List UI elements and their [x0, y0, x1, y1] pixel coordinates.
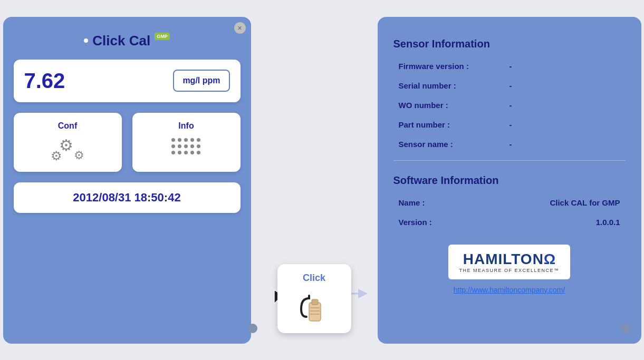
- main-container: × Click Cal GMP 7.62 mg/l ppm Conf ⚙ ⚙ ⚙…: [0, 6, 644, 354]
- serial-row: Serial number : -: [393, 78, 626, 93]
- firmware-label: Firmware version :: [399, 62, 510, 71]
- sensor-name-value: -: [510, 140, 620, 149]
- serial-label: Serial number :: [399, 81, 510, 90]
- right-circle: [621, 324, 631, 333]
- part-row: Part number : -: [393, 117, 626, 132]
- hamilton-subtitle: THE MEASURE OF EXCELLENCE™: [459, 268, 559, 273]
- gear-icon-group: ⚙ ⚙ ⚙: [51, 136, 84, 163]
- left-panel: × Click Cal GMP 7.62 mg/l ppm Conf ⚙ ⚙ ⚙…: [3, 17, 251, 344]
- gear-icon-3: ⚙: [74, 149, 84, 162]
- hamilton-omega: Ω: [544, 251, 555, 268]
- software-name-label: Name :: [399, 198, 550, 207]
- svg-rect-3: [312, 299, 318, 305]
- software-name-value: Click CAL for GMP: [550, 198, 620, 207]
- hamilton-logo-area: HAMILTON Ω THE MEASURE OF EXCELLENCE™ ht…: [393, 245, 626, 294]
- title-bar: Click Cal GMP: [84, 33, 169, 49]
- part-value: -: [510, 120, 620, 129]
- sensor-name-label: Sensor name :: [399, 140, 510, 149]
- measurement-value: 7.62: [24, 69, 163, 93]
- dot: [190, 144, 194, 148]
- firmware-value: -: [510, 62, 620, 71]
- dot: [197, 144, 200, 148]
- gear-icon-2: ⚙: [51, 149, 62, 163]
- info-label: Info: [178, 121, 194, 131]
- wo-value: -: [510, 101, 620, 110]
- info-button[interactable]: Info: [132, 113, 241, 172]
- firmware-row: Firmware version : -: [393, 59, 626, 74]
- grid-icon: [169, 136, 203, 157]
- wo-label: WO number :: [399, 101, 510, 110]
- part-label: Part number :: [399, 120, 510, 129]
- middle-area: Click: [267, 17, 362, 344]
- datetime-text: 2012/08/31 18:50:42: [73, 191, 180, 204]
- divider: [393, 160, 626, 161]
- dot: [190, 151, 194, 154]
- conf-button[interactable]: Conf ⚙ ⚙ ⚙: [14, 113, 122, 172]
- dot: [197, 138, 200, 142]
- hamilton-logo: HAMILTON Ω THE MEASURE OF EXCELLENCE™: [448, 245, 570, 279]
- hamilton-name: HAMILTON: [463, 251, 544, 268]
- version-label: Version :: [399, 218, 596, 227]
- dot: [171, 151, 175, 154]
- software-name-row: Name : Click CAL for GMP: [393, 195, 626, 210]
- version-value: 1.0.0.1: [596, 218, 620, 227]
- dot: [178, 138, 181, 142]
- conf-label: Conf: [58, 121, 77, 131]
- dot: [178, 151, 181, 154]
- dot: [197, 151, 200, 154]
- wo-row: WO number : -: [393, 98, 626, 113]
- close-button[interactable]: ×: [234, 22, 246, 34]
- serial-value: -: [510, 81, 620, 90]
- hamilton-logo-text: HAMILTON Ω: [463, 251, 556, 268]
- dot: [184, 151, 188, 154]
- dot: [184, 138, 188, 142]
- dot: [184, 144, 188, 148]
- software-version-row: Version : 1.0.0.1: [393, 215, 626, 230]
- button-row: Conf ⚙ ⚙ ⚙ Info: [14, 113, 241, 172]
- svg-rect-2: [309, 303, 321, 321]
- app-title: Click Cal: [92, 33, 150, 49]
- unit-box[interactable]: mg/l ppm: [173, 70, 229, 92]
- sensor-name-row: Sensor name : -: [393, 137, 626, 152]
- sensor-info-title: Sensor Information: [393, 38, 626, 50]
- datetime-box: 2012/08/31 18:50:42: [14, 182, 241, 213]
- gmp-badge: GMP: [155, 33, 170, 40]
- dot: [178, 144, 181, 148]
- software-info-title: Software Information: [393, 174, 626, 187]
- value-box: 7.62 mg/l ppm: [14, 60, 241, 102]
- click-label: Click: [303, 273, 325, 284]
- title-dot: [84, 38, 88, 43]
- dot: [171, 138, 175, 142]
- dot: [171, 144, 175, 148]
- left-circle: [248, 324, 257, 333]
- hamilton-link[interactable]: http://www.hamiltoncompany.com/: [454, 286, 565, 294]
- click-tooltip: Click: [277, 264, 351, 333]
- right-panel: Sensor Information Firmware version : - …: [378, 17, 641, 344]
- dot: [190, 138, 194, 142]
- sensor-icon: [296, 288, 333, 325]
